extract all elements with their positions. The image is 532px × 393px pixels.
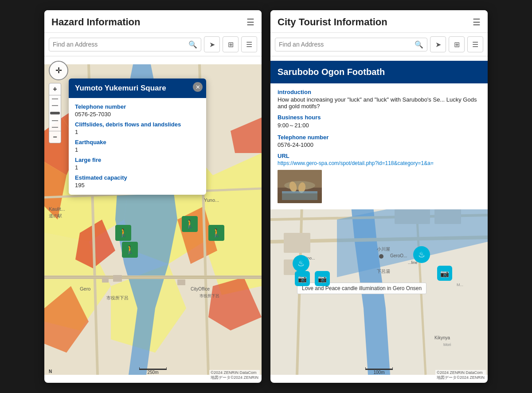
zoom-handle[interactable] — [50, 112, 60, 114]
left-compass[interactable]: ✛ — [49, 61, 68, 80]
popup-title-bar: Yumoto Yukemuri Square — [69, 79, 206, 98]
right-search-input[interactable] — [279, 41, 413, 48]
zoom-bar — [49, 95, 61, 131]
right-popup-body: introduction How about increasing your "… — [270, 83, 488, 209]
right-map-area[interactable]: 小川屋 GeroO... ...line 下呂湯 Hoshino... 之道 K… — [270, 56, 488, 383]
svg-text:Kikynya: Kikynya — [434, 335, 450, 340]
camera-icon-2[interactable]: 📷 — [315, 271, 330, 286]
left-layers-btn[interactable]: ⊞ — [223, 36, 239, 52]
left-scale-bar: 250m — [139, 366, 167, 375]
scale-label: 250m — [147, 370, 158, 375]
svg-rect-22 — [113, 275, 122, 282]
right-hamburger-icon[interactable]: ☰ — [473, 17, 481, 28]
left-attribution: ©2024 ZENRIN DataCom地図データ©2024 ZENRIN — [209, 370, 260, 381]
zoom-tick-1 — [52, 98, 58, 99]
svg-text:Yuno...: Yuno... — [204, 197, 219, 203]
left-popup-card: ✕ Yumoto Yukemuri Square Telephone numbe… — [69, 79, 206, 195]
evacuation-icon-3: 🚶 — [208, 225, 224, 241]
popup-value-3: 1 — [75, 164, 200, 171]
popup-close-btn[interactable]: ✕ — [193, 82, 203, 92]
right-popup-label-2: Telephone number — [278, 134, 481, 141]
left-search-bar: 🔍 ➤ ⊞ ☰ — [44, 33, 262, 56]
right-popup-url[interactable]: https://www.gero-spa.com/spot/detail.php… — [278, 160, 481, 166]
popup-label-0: Telephone number — [75, 103, 200, 110]
svg-text:GeroO...: GeroO... — [390, 253, 407, 258]
right-attribution: ©2024 ZENRIN DataCom地図データ©2024 ZENRIN — [435, 370, 486, 381]
right-popup-value-0: How about increasing your "luck" and "lu… — [278, 96, 481, 110]
zoom-tick-2 — [52, 105, 58, 106]
camera-symbol-2: 📷 — [318, 275, 327, 283]
svg-text:道の駅: 道の駅 — [49, 213, 62, 218]
location-icon: ➤ — [209, 40, 215, 49]
popup-label-2: Earthquake — [75, 139, 200, 145]
popup-value-0: 0576-25-7030 — [75, 111, 200, 118]
left-map-area[interactable]: Gero 市役所下呂 CityOffice 市役所下呂 Yuno... Kaul… — [44, 56, 262, 383]
left-zoom-controls: + − — [49, 83, 61, 143]
popup-value-4: 195 — [75, 182, 200, 189]
right-list-btn[interactable]: ☰ — [467, 36, 483, 52]
right-popup-label-3: URL — [278, 153, 481, 159]
left-search-input[interactable] — [53, 41, 187, 48]
right-layers-btn[interactable]: ⊞ — [449, 36, 465, 52]
tourist-icon-2[interactable]: ♨ — [413, 246, 430, 263]
hot-spring-icon-2: ♨ — [418, 250, 425, 259]
svg-rect-40 — [284, 233, 310, 253]
popup-value-1: 1 — [75, 129, 200, 135]
right-scale-tick-right — [392, 367, 393, 370]
right-scale-label: 100m — [373, 370, 384, 375]
svg-text:M...: M... — [457, 283, 463, 287]
left-header: Hazard Information ☰ — [44, 10, 262, 33]
right-location-btn[interactable]: ➤ — [430, 36, 446, 52]
right-scale-bar: 100m — [365, 366, 393, 375]
right-popup-value-1: 9:00～21:00 — [278, 122, 481, 130]
compass-icon: ✛ — [55, 66, 62, 75]
tourist-icon-1[interactable]: ♨ — [293, 255, 309, 272]
list-icon: ☰ — [246, 40, 252, 49]
svg-text:Mori: Mori — [443, 342, 451, 347]
camera-icon-3[interactable]: 📷 — [437, 266, 452, 281]
popup-title: Yumoto Yukemuri Square — [75, 84, 190, 93]
right-popup-card: Sarubobo Ogon Footbath introduction How … — [270, 61, 488, 209]
left-location-btn[interactable]: ➤ — [204, 36, 220, 52]
svg-rect-23 — [177, 279, 185, 285]
left-search-wrapper: 🔍 — [49, 38, 201, 51]
right-header: City Tourist Information ☰ — [270, 10, 488, 33]
left-search-icon[interactable]: 🔍 — [188, 40, 197, 49]
evacuation-symbol-4: 🚶 — [125, 245, 135, 255]
right-popup-label-1: Business hours — [278, 114, 481, 121]
popup-label-4: Estimated capacity — [75, 174, 200, 181]
right-layers-icon: ⊞ — [454, 40, 460, 49]
evacuation-symbol-3: 🚶 — [211, 228, 221, 238]
popup-label-1: Cliffslides, debris flows and landslides — [75, 121, 200, 128]
svg-text:Gero: Gero — [80, 286, 90, 291]
evacuation-symbol-1: 🚶 — [118, 228, 128, 238]
left-hamburger-icon[interactable]: ☰ — [246, 17, 254, 28]
right-title: City Tourist Information — [278, 16, 387, 28]
right-popup-value-2: 0576-24-1000 — [278, 141, 481, 148]
zoom-in-btn[interactable]: + — [49, 83, 61, 95]
right-popup-image — [278, 170, 322, 203]
right-location-icon: ➤ — [435, 40, 441, 49]
zoom-tick-3 — [52, 120, 58, 121]
svg-text:小川屋: 小川屋 — [377, 247, 390, 252]
zoom-out-btn[interactable]: − — [49, 131, 61, 143]
layers-icon: ⊞ — [228, 40, 234, 49]
scale-tick-right — [166, 367, 167, 370]
left-title: Hazard Information — [51, 16, 140, 28]
left-panel: Hazard Information ☰ 🔍 ➤ ⊞ ☰ — [44, 10, 262, 383]
left-list-btn[interactable]: ☰ — [241, 36, 257, 52]
svg-text:下呂湯: 下呂湯 — [377, 269, 390, 274]
popup-value-2: 1 — [75, 146, 200, 153]
right-popup-title: Sarubobo Ogon Footbath — [278, 67, 481, 77]
left-north-indicator: N — [49, 369, 52, 374]
evacuation-icon-4: 🚶 — [122, 242, 138, 258]
popup-label-3: Large fire — [75, 157, 200, 163]
camera-icon-1[interactable]: 📷 — [295, 271, 310, 286]
right-search-icon[interactable]: 🔍 — [415, 40, 423, 49]
right-popup-title-bar: Sarubobo Ogon Footbath — [270, 61, 488, 83]
evacuation-icon-2: 🚶 — [182, 216, 198, 232]
right-popup-label-0: introduction — [278, 89, 481, 95]
svg-text:CityOffice: CityOffice — [191, 287, 210, 291]
hot-spring-icon-1: ♨ — [297, 259, 305, 268]
right-list-icon: ☰ — [472, 40, 478, 49]
